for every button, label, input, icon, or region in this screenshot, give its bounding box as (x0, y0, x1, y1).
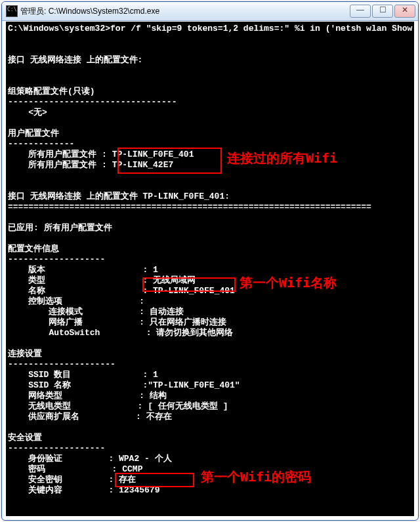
annot-label-name: 第一个Wifi名称 (240, 276, 337, 289)
conn-title: 连接设置 (8, 349, 42, 359)
group-policy-title: 组策略配置文件(只读) (8, 87, 95, 96)
sec-title: 安全设置 (8, 433, 42, 443)
dashes: ------------------- (8, 443, 105, 453)
profile-row-label: 所有用户配置文件 : (8, 150, 107, 159)
titlebar[interactable]: 管理员: C:\Windows\System32\cmd.exe — ☐ ✕ (2, 2, 418, 21)
dashes: --------------------- (8, 359, 116, 369)
group-policy-none: <无> (8, 108, 47, 117)
user-profiles-title: 用户配置文件 (8, 129, 59, 138)
big-dashes: ========================================… (8, 202, 371, 212)
profile-row-label: 所有用户配置文件 : (8, 160, 107, 170)
minimize-button[interactable]: — (350, 5, 371, 18)
dashes: --------------------------------- (8, 97, 177, 107)
profile-info-title: 配置文件信息 (8, 244, 59, 254)
annot-label-profiles: 连接过的所有Wifi (227, 151, 337, 165)
annot-box-profiles (117, 148, 222, 174)
cmd-icon (6, 5, 18, 17)
applied: 已应用: 所有用户配置文件 (8, 223, 112, 233)
profile-header: 接口 无线网络连接 上的配置文件 (8, 191, 142, 201)
interface-header: 接口 无线网络连接 上的配置文件: (8, 55, 142, 65)
dashes: ------------------- (8, 254, 105, 264)
close-button[interactable]: ✕ (394, 5, 415, 18)
maximize-button[interactable]: ☐ (372, 5, 393, 18)
command: for /f "skip=9 tokens=1,2 delims=:" %i i… (110, 24, 414, 33)
dashes: ------------- (8, 139, 74, 149)
annot-label-password: 第一个Wifi的密码 (201, 470, 311, 483)
prompt: C:\Windows\system32> (8, 24, 110, 33)
cmd-window: 管理员: C:\Windows\System32\cmd.exe — ☐ ✕ C… (1, 1, 419, 521)
annot-box-name (142, 277, 236, 292)
terminal-output[interactable]: C:\Windows\system32>for /f "skip=9 token… (6, 22, 414, 516)
window-title: 管理员: C:\Windows\System32\cmd.exe (20, 7, 350, 15)
annot-box-password (115, 473, 194, 487)
